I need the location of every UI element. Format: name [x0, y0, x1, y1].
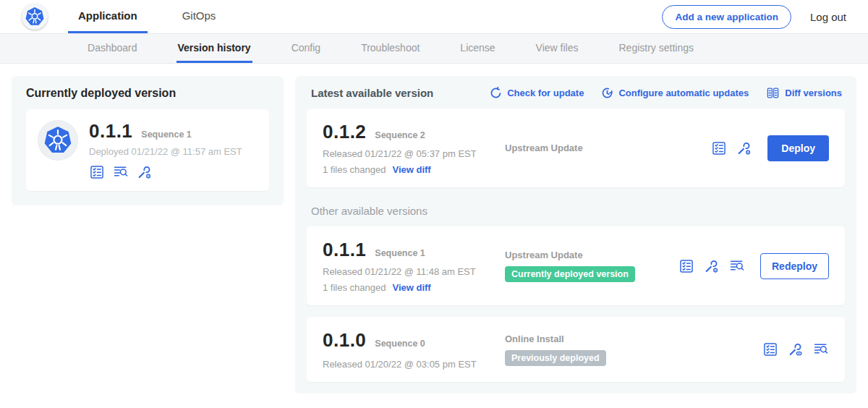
- panel-actions: Check for update Configure automatic upd…: [490, 86, 842, 100]
- deployed-sequence-label: Sequence 1: [141, 129, 191, 140]
- check-for-update-link[interactable]: Check for update: [490, 87, 584, 99]
- version-row-0-1-0: 0.1.0 Sequence 0 Released 01/20/22 @ 03:…: [307, 317, 845, 382]
- sequence-label: Sequence 1: [375, 248, 425, 258]
- configure-automatic-updates-link[interactable]: Configure automatic updates: [601, 87, 749, 99]
- version-number: 0.1.0: [323, 329, 366, 352]
- version-history-panel: Latest available version Check for updat…: [295, 76, 856, 394]
- edit-config-icon[interactable]: [137, 164, 153, 180]
- tab-license[interactable]: License: [459, 34, 496, 63]
- deploy-button[interactable]: Deploy: [767, 135, 829, 161]
- check-for-update-label: Check for update: [507, 88, 584, 98]
- tab-gitops[interactable]: GitOps: [172, 0, 226, 33]
- tab-view-files[interactable]: View files: [535, 34, 580, 63]
- preflight-checks-icon[interactable]: [762, 341, 778, 357]
- view-logs-icon[interactable]: [813, 341, 829, 357]
- version-source: Upstream Update: [505, 143, 711, 153]
- version-row-0-1-2: 0.1.2 Sequence 2 Released 01/21/22 @ 05:…: [307, 109, 845, 187]
- latest-available-title: Latest available version: [311, 87, 433, 99]
- version-number: 0.1.2: [323, 121, 366, 143]
- view-diff-link[interactable]: View diff: [392, 282, 430, 293]
- main-content: Currently deployed version 0.1.1 Sequenc…: [0, 64, 868, 406]
- files-changed-label: 1 files changed: [323, 282, 386, 293]
- configure-automatic-updates-label: Configure automatic updates: [618, 88, 749, 98]
- released-date: Released 01/21/22 @ 11:48 am EST: [323, 266, 505, 277]
- source-label: Upstream Update: [505, 250, 583, 260]
- preflight-checks-icon[interactable]: [678, 258, 694, 274]
- version-row-0-1-1: 0.1.1 Sequence 1 Released 01/21/22 @ 11:…: [307, 226, 845, 305]
- tab-dashboard[interactable]: Dashboard: [86, 34, 139, 63]
- version-source: Upstream Update Currently deployed versi…: [505, 250, 678, 282]
- tab-troubleshoot[interactable]: Troubleshoot: [359, 34, 421, 63]
- tab-version-history[interactable]: Version history: [176, 34, 252, 63]
- edit-config-icon[interactable]: [736, 140, 752, 156]
- currently-deployed-badge: Currently deployed version: [505, 266, 635, 282]
- view-config-icon[interactable]: [788, 341, 804, 357]
- app-logo: [22, 0, 48, 33]
- source-label: Upstream Update: [505, 143, 583, 153]
- diff-versions-label: Diff versions: [785, 88, 842, 98]
- deployed-date: Deployed 01/21/22 @ 11:57 am EST: [89, 146, 242, 157]
- refresh-icon: [490, 87, 502, 99]
- tab-config[interactable]: Config: [290, 34, 322, 63]
- version-actions: Redeploy: [678, 253, 829, 279]
- version-info: 0.1.2 Sequence 2 Released 01/21/22 @ 05:…: [323, 121, 505, 175]
- diff-versions-link[interactable]: Diff versions: [766, 86, 842, 100]
- deployed-version-number: 0.1.1: [89, 120, 132, 143]
- edit-config-icon[interactable]: [704, 258, 720, 274]
- header-right: Add a new application Log out: [662, 0, 846, 33]
- diff-icon: [766, 86, 780, 100]
- deployed-version-card: 0.1.1 Sequence 1 Deployed 01/21/22 @ 11:…: [26, 109, 269, 191]
- other-available-title: Other available versions: [311, 205, 841, 217]
- version-info: 0.1.0 Sequence 0 Released 01/20/22 @ 03:…: [323, 329, 505, 370]
- sequence-label: Sequence 0: [375, 339, 425, 349]
- previously-deployed-badge: Previously deployed: [505, 350, 606, 366]
- tab-registry-settings[interactable]: Registry settings: [618, 34, 695, 63]
- header-tabs: Application GitOps: [68, 0, 226, 33]
- redeploy-button[interactable]: Redeploy: [760, 253, 829, 279]
- currently-deployed-card: Currently deployed version 0.1.1 Sequenc…: [12, 76, 284, 205]
- released-date: Released 01/20/22 @ 03:05 pm EST: [323, 359, 505, 370]
- files-changed-label: 1 files changed: [323, 164, 386, 175]
- version-number: 0.1.1: [323, 239, 366, 261]
- sequence-label: Sequence 2: [375, 130, 425, 140]
- app-subnav: Dashboard Version history Config Trouble…: [0, 34, 868, 64]
- view-diff-link[interactable]: View diff: [392, 164, 430, 175]
- currently-deployed-title: Currently deployed version: [26, 87, 269, 100]
- version-actions: [762, 341, 829, 357]
- released-date: Released 01/21/22 @ 05:37 pm EST: [323, 148, 505, 159]
- add-application-button[interactable]: Add a new application: [662, 5, 791, 29]
- kubernetes-logo-icon: [22, 4, 48, 30]
- auto-update-icon: [601, 87, 613, 99]
- view-logs-icon[interactable]: [729, 258, 745, 274]
- version-source: Online Install Previously deployed: [505, 333, 762, 366]
- version-actions: Deploy: [711, 135, 829, 161]
- logout-button[interactable]: Log out: [810, 11, 846, 23]
- view-logs-icon[interactable]: [113, 164, 129, 180]
- preflight-checks-icon[interactable]: [711, 140, 727, 156]
- version-info: 0.1.1 Sequence 1 Released 01/21/22 @ 11:…: [323, 239, 505, 293]
- source-label: Online Install: [505, 333, 564, 344]
- tab-application[interactable]: Application: [68, 0, 148, 33]
- preflight-checks-icon[interactable]: [89, 164, 105, 180]
- app-icon-avatar: [38, 120, 78, 161]
- top-header: Application GitOps Add a new application…: [0, 0, 868, 34]
- deployed-version-info: 0.1.1 Sequence 1 Deployed 01/21/22 @ 11:…: [89, 120, 242, 180]
